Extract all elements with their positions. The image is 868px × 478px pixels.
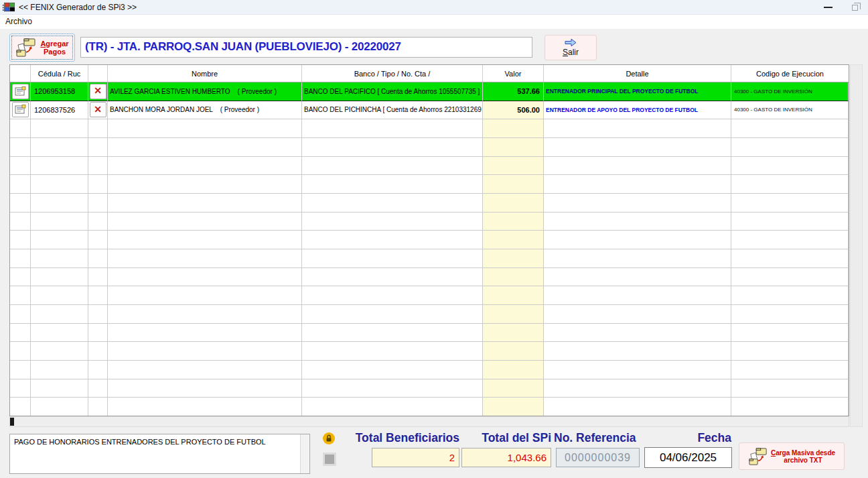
carga-masiva-button[interactable]: Carga Masiva desde archivo TXT bbox=[739, 442, 845, 470]
empty-cell bbox=[88, 213, 108, 231]
empty-cell bbox=[31, 305, 88, 324]
empty-cell bbox=[10, 231, 31, 249]
table-empty-row bbox=[10, 342, 849, 361]
empty-cell bbox=[88, 361, 108, 379]
empty-cell bbox=[483, 231, 544, 249]
empty-cell bbox=[731, 213, 849, 231]
table-empty-row bbox=[10, 119, 849, 138]
no-referencia-field[interactable] bbox=[556, 448, 640, 467]
app-windows-logo-icon bbox=[3, 2, 15, 12]
carga-masiva-label: Carga Masiva desde archivo TXT bbox=[771, 449, 835, 464]
cell-delete: ✕ bbox=[88, 82, 108, 101]
empty-cell bbox=[10, 305, 31, 324]
empty-cell bbox=[10, 119, 31, 138]
empty-cell bbox=[10, 175, 31, 194]
empty-cell bbox=[544, 175, 731, 194]
table-row[interactable]: 1206837526✕BANCHON MORA JORDAN JOEL ( Pr… bbox=[10, 101, 849, 120]
empty-cell bbox=[544, 213, 731, 231]
table-empty-row bbox=[10, 398, 849, 416]
edit-form-icon bbox=[15, 105, 26, 115]
table-empty-row bbox=[10, 213, 849, 231]
fecha-field[interactable] bbox=[644, 447, 732, 468]
empty-cell bbox=[108, 268, 302, 287]
title-bar: << FENIX Generador de SPi3 >> bbox=[0, 0, 868, 15]
empty-cell bbox=[88, 324, 108, 343]
edit-row-button[interactable] bbox=[12, 84, 29, 99]
table-header: Cédula / Ruc Nombre Banco / Tipo / No. C… bbox=[10, 65, 849, 82]
empty-cell bbox=[302, 119, 483, 138]
empty-cell bbox=[544, 268, 731, 287]
empty-cell bbox=[108, 249, 302, 268]
empty-cell bbox=[10, 157, 31, 176]
header-nombre: Nombre bbox=[108, 65, 302, 82]
empty-cell bbox=[31, 268, 88, 287]
empty-cell bbox=[31, 398, 88, 416]
total-spi-label: Total del SPi bbox=[429, 431, 551, 445]
delete-row-button[interactable]: ✕ bbox=[90, 102, 106, 117]
descripcion-scrollbar[interactable] bbox=[300, 434, 309, 473]
empty-cell bbox=[731, 286, 849, 305]
total-spi-field[interactable] bbox=[461, 448, 551, 467]
empty-cell bbox=[483, 379, 544, 398]
empty-cell bbox=[10, 194, 31, 213]
agregar-pagos-label: Agregar Pagos bbox=[40, 40, 68, 56]
red-x-icon: ✕ bbox=[94, 86, 102, 96]
salir-button[interactable]: Salir bbox=[545, 35, 597, 60]
empty-cell bbox=[483, 249, 544, 268]
table-vertical-scrollbar[interactable] bbox=[850, 64, 863, 427]
cell-cedula: 1206953158 bbox=[31, 82, 88, 101]
empty-cell bbox=[31, 175, 88, 194]
empty-cell bbox=[544, 305, 731, 324]
empty-cell bbox=[108, 138, 302, 157]
table-row[interactable]: 1206953158✕AVILEZ GARCIA ESTIVEN HUMBERT… bbox=[10, 82, 849, 101]
empty-cell bbox=[31, 157, 88, 176]
empty-cell bbox=[10, 379, 31, 398]
entity-title-field[interactable]: (TR) - JTA. PARROQ.SAN JUAN (PUEBLOVIEJO… bbox=[80, 37, 532, 58]
edit-row-button[interactable] bbox=[12, 102, 29, 117]
client-area: Agregar Pagos (TR) - JTA. PARROQ.SAN JUA… bbox=[0, 29, 868, 478]
empty-cell bbox=[108, 175, 302, 194]
empty-cell bbox=[302, 194, 483, 213]
empty-cell bbox=[10, 268, 31, 287]
empty-cell bbox=[544, 138, 731, 157]
empty-cell bbox=[731, 361, 849, 379]
empty-cell bbox=[731, 157, 849, 176]
empty-cell bbox=[483, 305, 544, 324]
restore-button[interactable] bbox=[841, 0, 868, 15]
gray-indicator-square[interactable] bbox=[323, 453, 336, 466]
empty-cell bbox=[544, 231, 731, 249]
menu-archivo[interactable]: Archivo bbox=[0, 15, 38, 28]
cell-nombre: AVILEZ GARCIA ESTIVEN HUMBERTO ( Proveed… bbox=[108, 82, 302, 101]
empty-cell bbox=[483, 286, 544, 305]
header-banco: Banco / Tipo / No. Cta / bbox=[302, 65, 483, 82]
cell-codigo: 40300 - GASTO DE INVERSIÓN bbox=[731, 101, 849, 120]
cell-edit bbox=[10, 82, 31, 101]
empty-cell bbox=[483, 361, 544, 379]
descripcion-textarea[interactable]: PAGO DE HONORARIOS ENTRENADORES DEL PROY… bbox=[9, 434, 310, 474]
agregar-pagos-button[interactable]: Agregar Pagos bbox=[9, 34, 75, 62]
empty-cell bbox=[302, 213, 483, 231]
empty-cell bbox=[544, 119, 731, 138]
empty-cell bbox=[483, 175, 544, 194]
table-body: 1206953158✕AVILEZ GARCIA ESTIVEN HUMBERT… bbox=[10, 82, 849, 416]
table-horizontal-scrollbar[interactable] bbox=[9, 416, 849, 427]
empty-cell bbox=[483, 268, 544, 287]
cell-nombre: BANCHON MORA JORDAN JOEL ( Proveedor ) bbox=[108, 101, 302, 120]
empty-cell bbox=[731, 398, 849, 416]
cell-banco: BANCO DEL PICHINCHA [ Cuenta de Ahorros … bbox=[302, 101, 483, 120]
empty-cell bbox=[108, 213, 302, 231]
cell-valor: 537.66 bbox=[483, 82, 544, 101]
hscroll-thumb[interactable] bbox=[10, 418, 14, 426]
empty-cell bbox=[544, 157, 731, 176]
total-beneficiarios-field[interactable] bbox=[372, 448, 459, 467]
table-empty-row bbox=[10, 324, 849, 343]
empty-cell bbox=[10, 249, 31, 268]
delete-row-button[interactable]: ✕ bbox=[90, 84, 106, 99]
table-empty-row bbox=[10, 268, 849, 287]
menu-bar: Archivo bbox=[0, 15, 868, 29]
empty-cell bbox=[88, 175, 108, 194]
empty-cell bbox=[544, 398, 731, 416]
empty-cell bbox=[10, 361, 31, 379]
empty-cell bbox=[731, 138, 849, 157]
minimize-button[interactable] bbox=[814, 0, 841, 15]
